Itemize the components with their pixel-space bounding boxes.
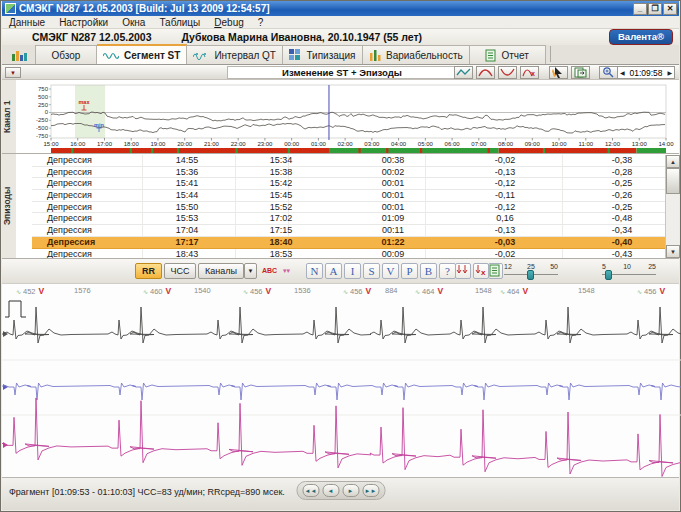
- gain-slider[interactable]: 51025: [602, 263, 656, 281]
- rr-button[interactable]: RR: [135, 263, 162, 279]
- tab-label: Типизация: [306, 50, 355, 61]
- minimize-button[interactable]: _: [633, 3, 647, 15]
- beat-class-button-p[interactable]: P: [401, 263, 418, 279]
- mark-beats-button[interactable]: [455, 263, 471, 279]
- rewind-button[interactable]: ◄◄: [302, 484, 319, 497]
- episode-v1: 0,16: [467, 213, 543, 224]
- tab-report[interactable]: Отчет: [470, 45, 546, 64]
- step-back-button[interactable]: ◄: [322, 484, 339, 497]
- svg-text:11:00: 11:00: [578, 141, 593, 147]
- episode-row[interactable]: Депрессия14:5515:3400:38-0,02-0,38: [32, 155, 665, 167]
- playback-controls: ◄◄ ◄ ► ►►: [296, 481, 385, 500]
- hr-button[interactable]: ЧСС: [164, 263, 196, 279]
- close-button[interactable]: ✕: [663, 3, 677, 15]
- curve-up-button[interactable]: [476, 66, 495, 79]
- episode-end: 17:02: [243, 213, 319, 224]
- menu-item[interactable]: Debug: [207, 17, 250, 28]
- st-mark-icon: ∿: [500, 289, 505, 295]
- header-row: СМЭКГ N287 12.05.2003 Дубкова Марина Ива…: [2, 29, 679, 45]
- svg-text:02:00: 02:00: [338, 141, 354, 147]
- svg-text:x: x: [481, 268, 486, 277]
- episode-v1: -0,12: [467, 178, 543, 189]
- menu-item[interactable]: Данные: [2, 17, 52, 28]
- episode-v2: -0,25: [584, 178, 660, 189]
- play-button[interactable]: ►: [342, 484, 359, 497]
- table-scrollbar[interactable]: ▲ ▼: [665, 155, 679, 258]
- restore-button[interactable]: ❐: [648, 3, 662, 15]
- tab-variability[interactable]: Вариабельность: [363, 45, 470, 64]
- episode-end: 15:45: [243, 190, 319, 201]
- episode-v1: -0,02: [467, 249, 543, 259]
- svg-text:x: x: [531, 70, 535, 77]
- svg-text:03:00: 03:00: [364, 141, 380, 147]
- st-trend-chart: Канал 1 7505002500-250-500-75015:0016:00…: [2, 80, 679, 153]
- tab-bar: ОбзорСегмент STИнтервал QTТипизацияВариа…: [2, 45, 679, 65]
- beat-class-button-v[interactable]: V: [382, 263, 399, 279]
- episode-row[interactable]: Депрессия15:5317:0201:090,16-0,48: [32, 213, 665, 225]
- patient-info: Дубкова Марина Ивановна, 20.10.1947 (55 …: [182, 31, 423, 43]
- scroll-thumb[interactable]: [666, 168, 680, 194]
- menu-item[interactable]: Настройки: [52, 17, 115, 28]
- svg-text:12:00: 12:00: [605, 141, 621, 147]
- svg-text:23:00: 23:00: [257, 141, 273, 147]
- menu-item[interactable]: Таблицы: [152, 17, 207, 28]
- episode-v1: -0,13: [467, 167, 543, 178]
- episode-duration: 00:02: [355, 167, 431, 178]
- overview-chart-icon[interactable]: [2, 45, 35, 64]
- tab-label: Сегмент ST: [124, 50, 180, 61]
- svg-text:-500: -500: [36, 125, 49, 131]
- speed-slider-knob[interactable]: [527, 270, 534, 280]
- svg-text:09:00: 09:00: [525, 141, 541, 147]
- episode-v2: -0,34: [584, 225, 660, 236]
- time-next-button[interactable]: ▶: [667, 69, 672, 76]
- beat-class-button-n[interactable]: N: [306, 263, 323, 279]
- episode-row[interactable]: Депрессия18:4318:5300:09-0,02-0,43: [32, 249, 665, 259]
- cursor-mode-button[interactable]: [549, 66, 568, 79]
- episode-end: 15:52: [243, 202, 319, 213]
- episode-v1: -0,13: [467, 225, 543, 236]
- st-mark-icon: ∿: [343, 289, 348, 295]
- episode-row[interactable]: Депрессия15:5015:5200:01-0,12-0,25: [32, 202, 665, 214]
- scroll-down-button[interactable]: ▼: [666, 245, 680, 258]
- forward-button[interactable]: ►►: [362, 484, 379, 497]
- beat-st-annotation: ∿452V: [16, 286, 44, 296]
- episode-row[interactable]: Депрессия15:4415:4500:01-0,11-0,26: [32, 190, 665, 202]
- channels-button[interactable]: Каналы: [198, 263, 244, 279]
- beat-st-annotation: ∿464V: [500, 286, 528, 296]
- beat-class-button-a[interactable]: A: [325, 263, 342, 279]
- panel-dropdown-button[interactable]: ▼: [5, 67, 21, 78]
- beat-class-button-unknown[interactable]: ?: [439, 263, 456, 279]
- menu-item[interactable]: ?: [251, 17, 271, 28]
- zoom-button[interactable]: [599, 66, 618, 79]
- st-mark-icon: ∿: [16, 289, 21, 295]
- trend-line-button[interactable]: [454, 66, 473, 79]
- curve-delete-button[interactable]: x: [520, 66, 539, 79]
- curve-down-button[interactable]: [498, 66, 517, 79]
- svg-text:17:00: 17:00: [97, 141, 113, 147]
- menu-item[interactable]: Окна: [115, 17, 152, 28]
- episode-row[interactable]: Депрессия17:0417:1500:11-0,13-0,34: [32, 225, 665, 237]
- delete-beats-button[interactable]: x: [473, 263, 489, 279]
- report-fragment-button[interactable]: [488, 263, 503, 279]
- speed-slider[interactable]: 122550: [504, 263, 558, 281]
- tab-segment-st[interactable]: Сегмент ST: [97, 44, 187, 64]
- time-prev-button[interactable]: ◀: [620, 69, 625, 76]
- tab-overview[interactable]: Обзор: [35, 45, 97, 64]
- beat-class-button-s[interactable]: S: [363, 263, 380, 279]
- channels-dropdown-button[interactable]: ▼: [244, 263, 257, 279]
- copy-fragment-button[interactable]: [571, 66, 590, 79]
- svg-text:750: 750: [38, 86, 49, 92]
- beat-class-button-b[interactable]: B: [420, 263, 437, 279]
- svg-text:07:00: 07:00: [471, 141, 487, 147]
- gain-slider-label: 25: [648, 263, 656, 270]
- svg-text:10:00: 10:00: [552, 141, 568, 147]
- tab-typing[interactable]: Типизация: [283, 45, 363, 64]
- episode-row[interactable]: Депрессия15:3615:3800:02-0,13-0,28: [32, 167, 665, 179]
- tab-interval-qt[interactable]: Интервал QT: [187, 45, 283, 64]
- scroll-up-button[interactable]: ▲: [666, 155, 680, 168]
- episode-row[interactable]: Депрессия17:1718:4001:22-0,03-0,40: [32, 237, 665, 249]
- episode-start: 15:50: [149, 202, 225, 213]
- episode-row[interactable]: Депрессия15:4115:4200:01-0,12-0,25: [32, 178, 665, 190]
- beat-class-button-i[interactable]: I: [344, 263, 361, 279]
- gain-slider-knob[interactable]: [605, 270, 612, 280]
